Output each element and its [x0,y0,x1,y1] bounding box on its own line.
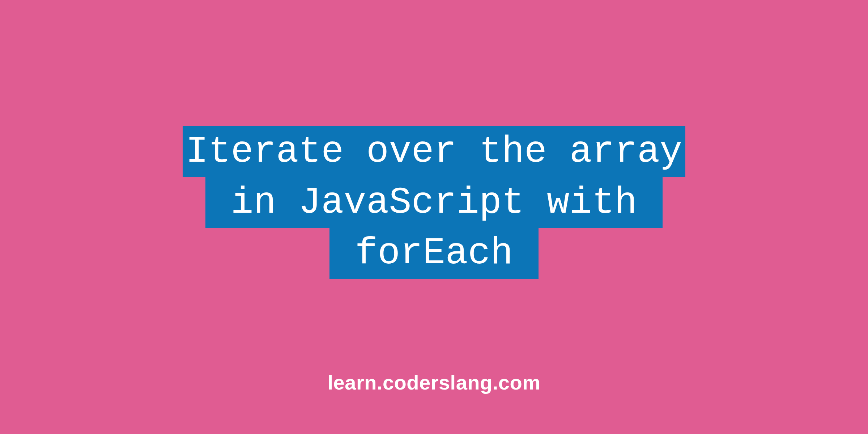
footer-link: learn.coderslang.com [328,371,541,394]
title-line-1: Iterate over the array [183,126,685,177]
title-line-3-wrapper: forEach [183,228,685,278]
title-line-2-wrapper: in JavaScript with [183,177,685,228]
title-line-1-wrapper: Iterate over the array [183,126,685,177]
title-line-3: forEach [329,228,539,278]
page-title: Iterate over the array in JavaScript wit… [183,126,685,278]
title-line-2: in JavaScript with [205,177,663,228]
